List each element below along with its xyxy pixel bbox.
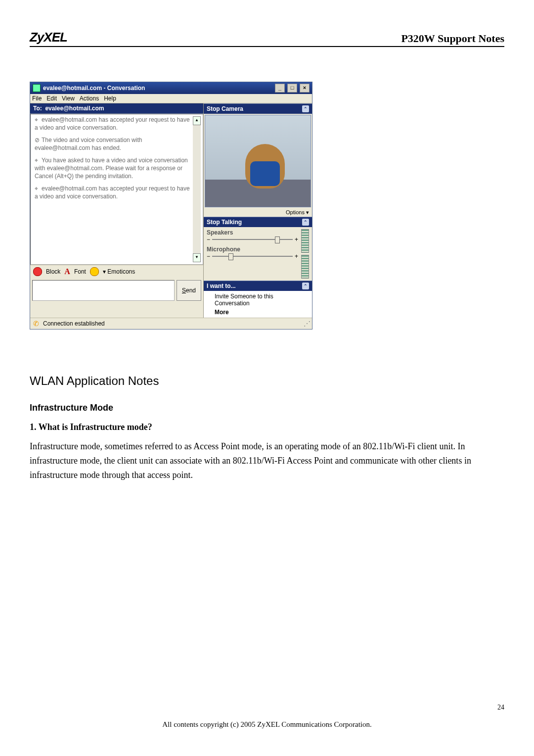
stop-camera-header[interactable]: Stop Camera ⌃ <box>204 103 312 114</box>
speaker-vu-meter <box>301 229 309 253</box>
to-label: To: <box>33 105 42 112</box>
status-text: Connection established <box>43 320 105 327</box>
mic-slider[interactable] <box>212 256 293 257</box>
speaker-slider[interactable] <box>212 239 293 240</box>
to-field: To: evalee@hotmail.com <box>30 103 203 114</box>
stop-camera-label: Stop Camera <box>207 105 243 112</box>
menu-view[interactable]: View <box>62 95 75 102</box>
document-title: P320W Support Notes <box>401 32 504 45</box>
scroll-track[interactable] <box>193 125 201 253</box>
maximize-button[interactable]: □ <box>287 84 297 93</box>
i-want-to-list: Invite Someone to this Conversation More <box>204 291 312 318</box>
font-icon[interactable]: A <box>64 267 70 276</box>
message-3: You have asked to have a video and voice… <box>35 157 188 179</box>
webcam-icon: ⌖ <box>35 185 42 193</box>
i-want-to-header[interactable]: I want to... ⌃ <box>204 281 312 291</box>
scroll-up-button[interactable]: ▲ <box>193 116 201 125</box>
speakers-label: Speakers <box>207 229 298 236</box>
block-button[interactable]: Block <box>46 268 60 275</box>
stop-talking-label: Stop Talking <box>207 219 242 226</box>
close-button[interactable]: × <box>300 84 310 93</box>
webcam-icon: ⌖ <box>35 157 42 165</box>
resize-grip[interactable]: ⋰ <box>304 320 309 328</box>
message-1: evalee@hotmail.com has accepted your req… <box>35 116 190 131</box>
font-button[interactable]: Font <box>74 268 86 275</box>
audio-controls: Speakers − + Microphone − + <box>204 227 312 281</box>
speaker-minus[interactable]: − <box>207 236 210 243</box>
mic-vu-meter <box>301 255 309 279</box>
conversation-scrollbar[interactable]: ▲ ▼ <box>193 116 201 262</box>
video-preview <box>205 115 311 207</box>
msn-conversation-window: evalee@hotmail.com - Conversation _ □ × … <box>30 82 312 330</box>
mic-minus[interactable]: − <box>207 253 210 260</box>
block-icon[interactable] <box>33 267 42 276</box>
scroll-down-button[interactable]: ▼ <box>193 253 201 262</box>
page-number: 24 <box>497 704 504 711</box>
window-title: evalee@hotmail.com - Conversation <box>43 85 145 92</box>
window-titlebar[interactable]: evalee@hotmail.com - Conversation _ □ × <box>30 82 312 94</box>
teddy-bear-image <box>245 144 285 189</box>
menu-actions[interactable]: Actions <box>80 95 99 102</box>
emoticons-button[interactable]: ▾ Emoticons <box>103 268 135 275</box>
body-paragraph: Infrastructure mode, sometimes referred … <box>30 439 504 482</box>
status-bar: ✆ Connection established ⋰ <box>30 318 312 329</box>
copyright-footer: All contents copyright (c) 2005 ZyXEL Co… <box>0 720 534 729</box>
app-icon <box>33 84 41 92</box>
i-want-to-label: I want to... <box>207 283 236 289</box>
video-options-menu[interactable]: Options ▾ <box>204 208 312 217</box>
to-value: evalee@hotmail.com <box>45 105 104 112</box>
menu-edit[interactable]: Edit <box>46 95 57 102</box>
question-heading: 1. What is Infrastructure mode? <box>30 422 504 432</box>
invite-someone-link[interactable]: Invite Someone to this Conversation <box>204 292 312 308</box>
menu-file[interactable]: File <box>32 95 42 102</box>
webcam-icon: ⌖ <box>35 116 42 124</box>
compose-area: Send <box>30 278 203 303</box>
menu-bar: File Edit View Actions Help <box>30 94 312 103</box>
connection-icon: ✆ <box>33 320 40 327</box>
brand-logo: ZyXEL <box>30 30 67 45</box>
menu-help[interactable]: Help <box>104 95 116 102</box>
format-toolbar: Block A Font ▾ Emoticons <box>30 265 203 278</box>
message-input[interactable] <box>32 280 175 301</box>
mic-plus[interactable]: + <box>295 253 298 260</box>
subsection-heading: Infrastructure Mode <box>30 403 504 413</box>
conversation-history: ⌖evalee@hotmail.com has accepted your re… <box>30 114 203 265</box>
section-heading: WLAN Application Notes <box>30 374 504 388</box>
collapse-icon[interactable]: ⌃ <box>302 105 309 112</box>
minimize-button[interactable]: _ <box>275 84 285 93</box>
emoticon-icon[interactable] <box>90 267 99 276</box>
send-button[interactable]: Send <box>177 280 201 301</box>
message-4: evalee@hotmail.com has accepted your req… <box>35 185 190 200</box>
speaker-plus[interactable]: + <box>295 236 298 243</box>
microphone-label: Microphone <box>207 246 298 253</box>
more-link[interactable]: More <box>204 308 312 317</box>
page-header: ZyXEL P320W Support Notes <box>30 30 504 47</box>
collapse-icon[interactable]: ⌃ <box>302 219 309 226</box>
message-2: The video and voice conversation with ev… <box>35 137 142 151</box>
stop-icon: ⊘ <box>35 137 42 144</box>
collapse-icon[interactable]: ⌃ <box>302 283 309 289</box>
stop-talking-header[interactable]: Stop Talking ⌃ <box>204 217 312 227</box>
